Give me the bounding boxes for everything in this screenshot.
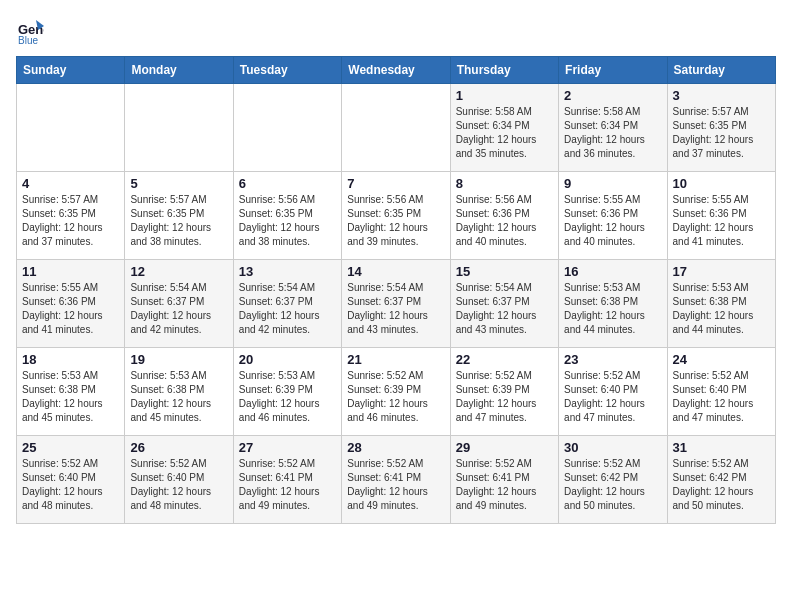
weekday-header-wednesday: Wednesday <box>342 57 450 84</box>
day-number: 24 <box>673 352 770 367</box>
day-info: Sunrise: 5:57 AM Sunset: 6:35 PM Dayligh… <box>130 193 227 249</box>
day-info: Sunrise: 5:58 AM Sunset: 6:34 PM Dayligh… <box>564 105 661 161</box>
day-info: Sunrise: 5:56 AM Sunset: 6:36 PM Dayligh… <box>456 193 553 249</box>
day-cell: 9Sunrise: 5:55 AM Sunset: 6:36 PM Daylig… <box>559 172 667 260</box>
day-info: Sunrise: 5:52 AM Sunset: 6:41 PM Dayligh… <box>456 457 553 513</box>
day-cell: 13Sunrise: 5:54 AM Sunset: 6:37 PM Dayli… <box>233 260 341 348</box>
day-number: 2 <box>564 88 661 103</box>
day-cell: 7Sunrise: 5:56 AM Sunset: 6:35 PM Daylig… <box>342 172 450 260</box>
day-number: 6 <box>239 176 336 191</box>
day-number: 7 <box>347 176 444 191</box>
day-cell: 4Sunrise: 5:57 AM Sunset: 6:35 PM Daylig… <box>17 172 125 260</box>
day-info: Sunrise: 5:52 AM Sunset: 6:40 PM Dayligh… <box>673 369 770 425</box>
day-cell: 6Sunrise: 5:56 AM Sunset: 6:35 PM Daylig… <box>233 172 341 260</box>
day-cell: 10Sunrise: 5:55 AM Sunset: 6:36 PM Dayli… <box>667 172 775 260</box>
weekday-header-row: SundayMondayTuesdayWednesdayThursdayFrid… <box>17 57 776 84</box>
day-info: Sunrise: 5:54 AM Sunset: 6:37 PM Dayligh… <box>456 281 553 337</box>
day-cell: 8Sunrise: 5:56 AM Sunset: 6:36 PM Daylig… <box>450 172 558 260</box>
logo: General Blue <box>16 16 48 44</box>
day-cell <box>233 84 341 172</box>
day-cell: 12Sunrise: 5:54 AM Sunset: 6:37 PM Dayli… <box>125 260 233 348</box>
day-number: 1 <box>456 88 553 103</box>
day-number: 10 <box>673 176 770 191</box>
day-number: 9 <box>564 176 661 191</box>
day-number: 3 <box>673 88 770 103</box>
day-number: 12 <box>130 264 227 279</box>
day-cell: 24Sunrise: 5:52 AM Sunset: 6:40 PM Dayli… <box>667 348 775 436</box>
day-cell: 21Sunrise: 5:52 AM Sunset: 6:39 PM Dayli… <box>342 348 450 436</box>
day-info: Sunrise: 5:54 AM Sunset: 6:37 PM Dayligh… <box>347 281 444 337</box>
day-info: Sunrise: 5:53 AM Sunset: 6:38 PM Dayligh… <box>673 281 770 337</box>
day-number: 11 <box>22 264 119 279</box>
day-info: Sunrise: 5:52 AM Sunset: 6:40 PM Dayligh… <box>564 369 661 425</box>
day-number: 26 <box>130 440 227 455</box>
day-cell: 2Sunrise: 5:58 AM Sunset: 6:34 PM Daylig… <box>559 84 667 172</box>
weekday-header-friday: Friday <box>559 57 667 84</box>
day-info: Sunrise: 5:53 AM Sunset: 6:39 PM Dayligh… <box>239 369 336 425</box>
day-number: 13 <box>239 264 336 279</box>
day-info: Sunrise: 5:57 AM Sunset: 6:35 PM Dayligh… <box>22 193 119 249</box>
day-number: 18 <box>22 352 119 367</box>
day-number: 22 <box>456 352 553 367</box>
day-info: Sunrise: 5:52 AM Sunset: 6:40 PM Dayligh… <box>22 457 119 513</box>
day-cell: 29Sunrise: 5:52 AM Sunset: 6:41 PM Dayli… <box>450 436 558 524</box>
day-cell: 20Sunrise: 5:53 AM Sunset: 6:39 PM Dayli… <box>233 348 341 436</box>
day-number: 23 <box>564 352 661 367</box>
day-number: 17 <box>673 264 770 279</box>
day-info: Sunrise: 5:54 AM Sunset: 6:37 PM Dayligh… <box>239 281 336 337</box>
svg-text:Blue: Blue <box>18 35 38 44</box>
day-number: 20 <box>239 352 336 367</box>
week-row-5: 25Sunrise: 5:52 AM Sunset: 6:40 PM Dayli… <box>17 436 776 524</box>
day-info: Sunrise: 5:53 AM Sunset: 6:38 PM Dayligh… <box>564 281 661 337</box>
day-number: 28 <box>347 440 444 455</box>
day-info: Sunrise: 5:52 AM Sunset: 6:42 PM Dayligh… <box>564 457 661 513</box>
day-info: Sunrise: 5:55 AM Sunset: 6:36 PM Dayligh… <box>673 193 770 249</box>
day-info: Sunrise: 5:53 AM Sunset: 6:38 PM Dayligh… <box>130 369 227 425</box>
day-cell: 1Sunrise: 5:58 AM Sunset: 6:34 PM Daylig… <box>450 84 558 172</box>
day-cell: 22Sunrise: 5:52 AM Sunset: 6:39 PM Dayli… <box>450 348 558 436</box>
day-number: 5 <box>130 176 227 191</box>
day-cell: 26Sunrise: 5:52 AM Sunset: 6:40 PM Dayli… <box>125 436 233 524</box>
day-number: 16 <box>564 264 661 279</box>
day-cell: 27Sunrise: 5:52 AM Sunset: 6:41 PM Dayli… <box>233 436 341 524</box>
day-cell: 31Sunrise: 5:52 AM Sunset: 6:42 PM Dayli… <box>667 436 775 524</box>
day-info: Sunrise: 5:52 AM Sunset: 6:41 PM Dayligh… <box>239 457 336 513</box>
day-info: Sunrise: 5:52 AM Sunset: 6:41 PM Dayligh… <box>347 457 444 513</box>
weekday-header-saturday: Saturday <box>667 57 775 84</box>
day-cell: 30Sunrise: 5:52 AM Sunset: 6:42 PM Dayli… <box>559 436 667 524</box>
day-number: 15 <box>456 264 553 279</box>
day-cell: 15Sunrise: 5:54 AM Sunset: 6:37 PM Dayli… <box>450 260 558 348</box>
day-number: 30 <box>564 440 661 455</box>
day-info: Sunrise: 5:54 AM Sunset: 6:37 PM Dayligh… <box>130 281 227 337</box>
day-cell: 18Sunrise: 5:53 AM Sunset: 6:38 PM Dayli… <box>17 348 125 436</box>
day-number: 14 <box>347 264 444 279</box>
day-info: Sunrise: 5:58 AM Sunset: 6:34 PM Dayligh… <box>456 105 553 161</box>
week-row-3: 11Sunrise: 5:55 AM Sunset: 6:36 PM Dayli… <box>17 260 776 348</box>
day-info: Sunrise: 5:56 AM Sunset: 6:35 PM Dayligh… <box>239 193 336 249</box>
day-number: 25 <box>22 440 119 455</box>
day-cell: 28Sunrise: 5:52 AM Sunset: 6:41 PM Dayli… <box>342 436 450 524</box>
weekday-header-sunday: Sunday <box>17 57 125 84</box>
day-info: Sunrise: 5:57 AM Sunset: 6:35 PM Dayligh… <box>673 105 770 161</box>
week-row-4: 18Sunrise: 5:53 AM Sunset: 6:38 PM Dayli… <box>17 348 776 436</box>
day-number: 27 <box>239 440 336 455</box>
calendar-table: SundayMondayTuesdayWednesdayThursdayFrid… <box>16 56 776 524</box>
week-row-1: 1Sunrise: 5:58 AM Sunset: 6:34 PM Daylig… <box>17 84 776 172</box>
day-info: Sunrise: 5:52 AM Sunset: 6:39 PM Dayligh… <box>456 369 553 425</box>
day-number: 8 <box>456 176 553 191</box>
logo-icon: General Blue <box>16 16 44 44</box>
day-number: 21 <box>347 352 444 367</box>
day-info: Sunrise: 5:52 AM Sunset: 6:39 PM Dayligh… <box>347 369 444 425</box>
day-cell: 16Sunrise: 5:53 AM Sunset: 6:38 PM Dayli… <box>559 260 667 348</box>
day-number: 31 <box>673 440 770 455</box>
day-cell <box>342 84 450 172</box>
day-cell: 3Sunrise: 5:57 AM Sunset: 6:35 PM Daylig… <box>667 84 775 172</box>
day-number: 29 <box>456 440 553 455</box>
weekday-header-monday: Monday <box>125 57 233 84</box>
day-cell: 5Sunrise: 5:57 AM Sunset: 6:35 PM Daylig… <box>125 172 233 260</box>
day-info: Sunrise: 5:55 AM Sunset: 6:36 PM Dayligh… <box>22 281 119 337</box>
day-info: Sunrise: 5:55 AM Sunset: 6:36 PM Dayligh… <box>564 193 661 249</box>
day-info: Sunrise: 5:53 AM Sunset: 6:38 PM Dayligh… <box>22 369 119 425</box>
day-cell: 19Sunrise: 5:53 AM Sunset: 6:38 PM Dayli… <box>125 348 233 436</box>
day-cell: 25Sunrise: 5:52 AM Sunset: 6:40 PM Dayli… <box>17 436 125 524</box>
